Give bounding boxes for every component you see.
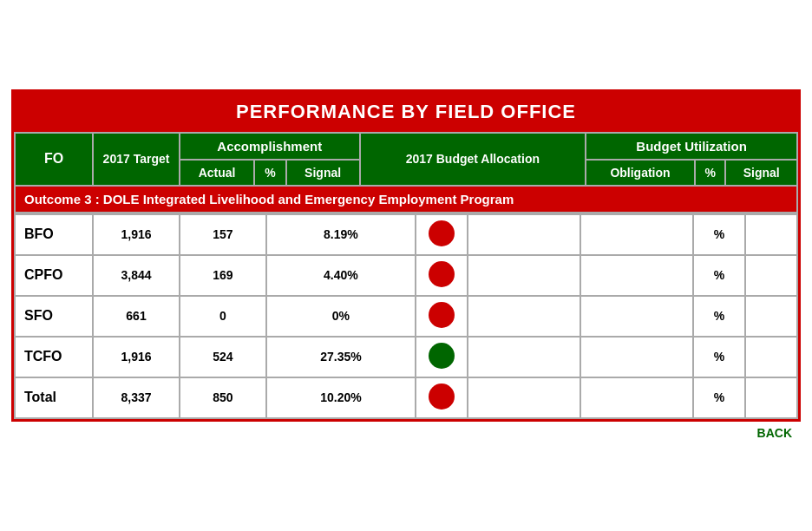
outcome-row: Outcome 3 : DOLE Integrated Livelihood a… xyxy=(15,186,797,213)
signal-circle xyxy=(429,384,455,410)
budget-signal-cell xyxy=(745,377,797,418)
data-table: BFO1,9161578.19%%CPFO3,8441694.40%%SFO66… xyxy=(14,213,798,419)
header-obligation: Obligation xyxy=(586,160,695,186)
header-fo: FO xyxy=(15,133,93,186)
table-row: Total8,33785010.20%% xyxy=(15,377,797,418)
data-cell: % xyxy=(693,337,745,377)
signal-cell xyxy=(416,337,468,377)
data-cell xyxy=(468,337,580,377)
performance-table: FO 2017 Target Accomplishment 2017 Budge… xyxy=(14,132,798,213)
main-container: PERFORMANCE BY FIELD OFFICE FO 2017 Targ… xyxy=(11,89,801,422)
data-cell: 4.40% xyxy=(266,255,416,296)
signal-circle xyxy=(429,261,455,287)
data-cell: BFO xyxy=(15,214,93,255)
data-cell: 157 xyxy=(180,214,266,255)
data-cell xyxy=(468,214,580,255)
table-row: SFO66100%% xyxy=(15,296,797,337)
data-cell xyxy=(580,377,693,418)
data-cell: % xyxy=(693,296,745,337)
data-cell: 0% xyxy=(266,296,416,337)
data-cell xyxy=(468,377,580,418)
table-row: BFO1,9161578.19%% xyxy=(15,214,797,255)
header-budget-alloc: 2017 Budget Allocation xyxy=(360,133,586,186)
data-cell xyxy=(468,296,580,337)
table-row: TCFO1,91652427.35%% xyxy=(15,337,797,377)
data-cell: 10.20% xyxy=(266,377,416,418)
data-cell: 27.35% xyxy=(266,337,416,377)
data-cell: Total xyxy=(15,377,93,418)
signal-cell xyxy=(416,255,468,296)
data-cell xyxy=(580,296,693,337)
data-cell: CPFO xyxy=(15,255,93,296)
header-percent: % xyxy=(254,160,286,186)
data-cell: 0 xyxy=(180,296,266,337)
signal-circle xyxy=(429,302,455,328)
data-cell: SFO xyxy=(15,296,93,337)
data-cell: % xyxy=(693,214,745,255)
back-link-container: BACK xyxy=(11,422,801,442)
signal-cell xyxy=(416,296,468,337)
header-budget-util: Budget Utilization xyxy=(586,133,797,160)
header-budget-percent: % xyxy=(695,160,726,186)
budget-signal-cell xyxy=(745,337,797,377)
header-accomplishment: Accomplishment xyxy=(180,133,360,160)
data-cell: 661 xyxy=(93,296,180,337)
signal-circle xyxy=(429,343,455,369)
data-cell: 169 xyxy=(180,255,266,296)
data-cell: 3,844 xyxy=(93,255,180,296)
data-cell: 8,337 xyxy=(93,377,180,418)
data-cell: % xyxy=(693,255,745,296)
data-cell: 8.19% xyxy=(266,214,416,255)
data-cell: TCFO xyxy=(15,337,93,377)
data-cell: % xyxy=(693,377,745,418)
header-target: 2017 Target xyxy=(93,133,180,186)
data-cell: 850 xyxy=(180,377,266,418)
budget-signal-cell xyxy=(745,214,797,255)
budget-signal-cell xyxy=(745,255,797,296)
budget-signal-cell xyxy=(745,296,797,337)
back-button[interactable]: BACK xyxy=(757,426,792,440)
header-actual: Actual xyxy=(180,160,254,186)
signal-circle xyxy=(429,220,455,246)
data-cell xyxy=(580,337,693,377)
outcome-label: Outcome 3 : DOLE Integrated Livelihood a… xyxy=(15,186,797,213)
header-budget-signal: Signal xyxy=(725,160,797,186)
data-cell xyxy=(468,255,580,296)
header-signal: Signal xyxy=(286,160,360,186)
signal-cell xyxy=(416,214,468,255)
data-cell xyxy=(580,214,693,255)
data-cell: 524 xyxy=(180,337,266,377)
data-cell: 1,916 xyxy=(93,337,180,377)
page-title: PERFORMANCE BY FIELD OFFICE xyxy=(14,92,798,132)
signal-cell xyxy=(416,377,468,418)
data-cell xyxy=(580,255,693,296)
data-cell: 1,916 xyxy=(93,214,180,255)
table-row: CPFO3,8441694.40%% xyxy=(15,255,797,296)
